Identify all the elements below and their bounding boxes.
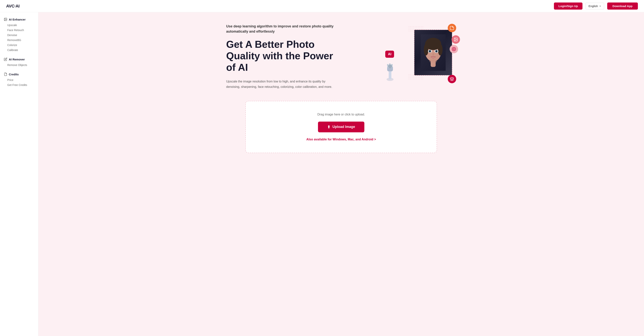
image-icon — [4, 18, 7, 21]
float-icon-image — [452, 35, 460, 44]
sidebar-item-get-free-credits[interactable]: Get Free Credits — [7, 83, 38, 88]
sidebar-section-credits: Credits Price Get Free Credits — [0, 71, 38, 88]
svg-point-20 — [436, 51, 437, 52]
hero-visual: AI — [376, 24, 456, 85]
logo: AVC·AI — [6, 4, 20, 9]
login-button[interactable]: Login/Sign Up — [554, 3, 583, 10]
language-label: English — [588, 5, 598, 8]
sidebar-item-calibrate[interactable]: Calibrate — [7, 48, 38, 53]
sidebar-item-denoise[interactable]: Denoise — [7, 33, 38, 38]
sidebar-item-removebg[interactable]: RemoveBG — [7, 38, 38, 43]
file-icon — [4, 73, 7, 76]
sidebar: AI Enhancer Upscale Face Retouch Denoise… — [0, 12, 38, 336]
sidebar-section-header-ai-enhancer[interactable]: AI Enhancer — [0, 16, 38, 23]
hero-text: Use deep learning algorithm to improve a… — [226, 24, 337, 89]
sidebar-item-colorize[interactable]: Colorize — [7, 43, 38, 48]
svg-point-17 — [429, 51, 431, 52]
robot-arm-container: AI — [382, 51, 404, 81]
sidebar-section-header-credits[interactable]: Credits — [0, 71, 38, 78]
sidebar-item-price[interactable]: Price — [7, 78, 38, 83]
sidebar-item-upscale[interactable]: Upscale — [7, 23, 38, 28]
main-layout: AI Enhancer Upscale Face Retouch Denoise… — [0, 12, 644, 336]
ai-remover-label: AI Remover — [9, 58, 25, 61]
hero-section: Use deep learning algorithm to improve a… — [226, 24, 456, 89]
svg-point-14 — [438, 44, 442, 56]
sidebar-section-header-ai-remover[interactable]: AI Remover — [0, 56, 38, 63]
float-icon-paint — [448, 24, 456, 32]
photo-inner — [414, 30, 452, 75]
svg-point-23 — [455, 39, 456, 39]
chevron-down-icon: ▼ — [599, 5, 601, 7]
sidebar-section-ai-enhancer: AI Enhancer Upscale Face Retouch Denoise… — [0, 16, 38, 53]
platform-availability-link[interactable]: Also available for Windows, Mac, and And… — [306, 138, 376, 141]
svg-point-24 — [453, 49, 454, 50]
main-content: Use deep learning algorithm to improve a… — [38, 12, 644, 336]
ai-remover-items: Remove Objects — [0, 63, 38, 68]
upload-image-button[interactable]: ⬆ Upload Image — [318, 122, 364, 132]
svg-point-13 — [424, 44, 428, 56]
upload-icon: ⬆ — [327, 125, 330, 129]
ai-badge: AI — [385, 51, 394, 58]
photo-frame — [414, 30, 452, 76]
sidebar-item-face-retouch[interactable]: Face Retouch — [7, 28, 38, 33]
header-actions: Login/Sign Up English ▼ Download App — [554, 3, 638, 10]
sidebar-item-remove-objects[interactable]: Remove Objects — [7, 63, 38, 68]
svg-point-8 — [388, 65, 392, 68]
drag-text: Drag image here or click to upload. — [318, 113, 365, 116]
float-icon-enhance — [448, 75, 456, 83]
credits-items: Price Get Free Credits — [0, 78, 38, 88]
robot-arm-icon — [382, 56, 399, 81]
hero-description: Upscale the image resolution from low to… — [226, 79, 337, 89]
sidebar-section-ai-remover: AI Remover Remove Objects — [0, 56, 38, 68]
ai-enhancer-items: Upscale Face Retouch Denoise RemoveBG Co… — [0, 23, 38, 53]
upload-area[interactable]: Drag image here or click to upload. ⬆ Up… — [245, 101, 437, 153]
download-app-button[interactable]: Download App — [607, 3, 638, 10]
svg-point-1 — [5, 19, 5, 19]
credits-label: Credits — [9, 73, 19, 76]
face-illustration — [421, 34, 446, 71]
language-selector[interactable]: English ▼ — [586, 3, 604, 10]
edit-icon — [4, 58, 7, 61]
header: AVC·AI Login/Sign Up English ▼ Download … — [0, 0, 644, 12]
ai-enhancer-label: AI Enhancer — [9, 18, 26, 21]
hero-title: Get A Better Photo Quality with the Powe… — [226, 39, 337, 73]
svg-point-21 — [429, 59, 437, 63]
float-icon-gear — [450, 45, 458, 53]
hero-subtitle: Use deep learning algorithm to improve a… — [226, 24, 337, 34]
upload-label: Upload Image — [332, 125, 355, 129]
